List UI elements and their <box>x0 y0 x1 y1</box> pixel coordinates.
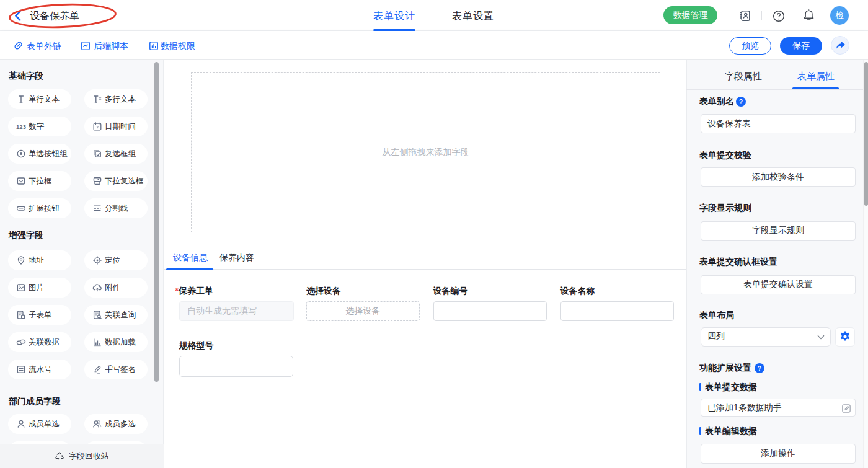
svg-text:123: 123 <box>16 123 26 130</box>
